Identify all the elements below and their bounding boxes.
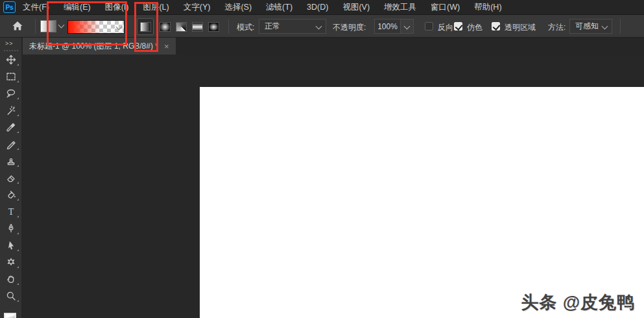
- method-chevron-down-icon: [602, 23, 608, 30]
- menu-filter[interactable]: 滤镜(T): [259, 0, 300, 15]
- photoshop-window: Ps 文件(F) 编辑(E) 图像(I) 图层(L) 文字(Y) 选择(S) 滤…: [0, 0, 644, 318]
- photoshop-logo-icon[interactable]: Ps: [3, 1, 16, 13]
- options-separator: [228, 19, 229, 34]
- menu-help[interactable]: 帮助(H): [467, 0, 508, 15]
- menu-3d[interactable]: 3D(D): [300, 0, 335, 15]
- opacity-dropdown-button[interactable]: [401, 19, 414, 34]
- eyedropper-tool[interactable]: [0, 119, 21, 136]
- method-value: 可感知: [575, 21, 599, 32]
- dither-checkbox[interactable]: [454, 22, 462, 31]
- angle-gradient-button[interactable]: [173, 18, 189, 35]
- transparency-label: 透明区域: [505, 22, 536, 33]
- path-selection-tool[interactable]: [0, 237, 21, 254]
- rectangular-marquee-tool[interactable]: [0, 68, 21, 85]
- opacity-label: 不透明度:: [333, 22, 366, 33]
- menu-window[interactable]: 窗口(W): [423, 0, 467, 15]
- move-tool[interactable]: [0, 51, 21, 68]
- reverse-checkbox[interactable]: [425, 22, 433, 31]
- transparency-checkbox[interactable]: [492, 22, 500, 31]
- magic-wand-tool[interactable]: [0, 102, 21, 119]
- dither-label: 仿色: [467, 22, 483, 33]
- reflected-gradient-button[interactable]: [189, 18, 206, 35]
- options-separator: [35, 19, 36, 34]
- tools-panel: >> T: [0, 38, 21, 318]
- menu-view[interactable]: 视图(V): [335, 0, 377, 15]
- radial-gradient-button[interactable]: [156, 18, 173, 35]
- document-canvas[interactable]: 头条 @皮兔鸭: [200, 87, 644, 318]
- opacity-chevron-down-icon: [404, 23, 411, 30]
- radial-gradient-icon: [160, 22, 171, 32]
- type-tool[interactable]: T: [0, 203, 21, 220]
- angle-gradient-icon: [176, 22, 187, 32]
- eraser-tool[interactable]: [0, 169, 21, 186]
- custom-shape-tool[interactable]: [0, 254, 21, 271]
- blend-mode-value: 正常: [265, 21, 280, 32]
- reverse-label: 反向: [438, 22, 453, 33]
- diamond-gradient-button[interactable]: [205, 18, 222, 35]
- reflected-gradient-icon: [192, 22, 203, 32]
- method-label: 方法:: [548, 22, 566, 33]
- annotation-rect-gradient-controls: [47, 1, 127, 45]
- canvas-area[interactable]: 头条 @皮兔鸭: [21, 55, 644, 318]
- pen-tool[interactable]: [0, 220, 21, 237]
- annotation-rect-linear-button: [134, 2, 158, 52]
- lasso-tool[interactable]: [0, 85, 21, 102]
- options-separator: [620, 19, 621, 34]
- paint-bucket-tool[interactable]: [0, 186, 21, 203]
- blend-mode-select[interactable]: 正常: [259, 19, 326, 34]
- menu-select[interactable]: 选择(S): [217, 0, 259, 15]
- hand-tool[interactable]: [0, 271, 21, 287]
- menu-type[interactable]: 文字(Y): [176, 0, 218, 15]
- zoom-tool[interactable]: [0, 287, 21, 304]
- toolbar-expand-button[interactable]: >>: [0, 38, 21, 47]
- pencil-tool[interactable]: [0, 136, 21, 153]
- mode-label: 模式:: [237, 22, 254, 33]
- menu-plugins[interactable]: 增效工具: [377, 0, 423, 15]
- diamond-gradient-icon: [208, 22, 219, 32]
- watermark-text: 头条 @皮兔鸭: [521, 291, 635, 314]
- opacity-value-field[interactable]: 100%: [374, 19, 401, 34]
- blend-mode-chevron-down-icon: [316, 23, 322, 30]
- method-select[interactable]: 可感知: [569, 19, 612, 34]
- svg-text:T: T: [8, 207, 14, 217]
- tab-close-icon[interactable]: ×: [164, 42, 169, 51]
- opacity-value: 100%: [377, 22, 398, 31]
- foreground-color-swatch[interactable]: [4, 313, 16, 318]
- home-icon[interactable]: [12, 20, 23, 32]
- clone-stamp-tool[interactable]: [0, 153, 21, 169]
